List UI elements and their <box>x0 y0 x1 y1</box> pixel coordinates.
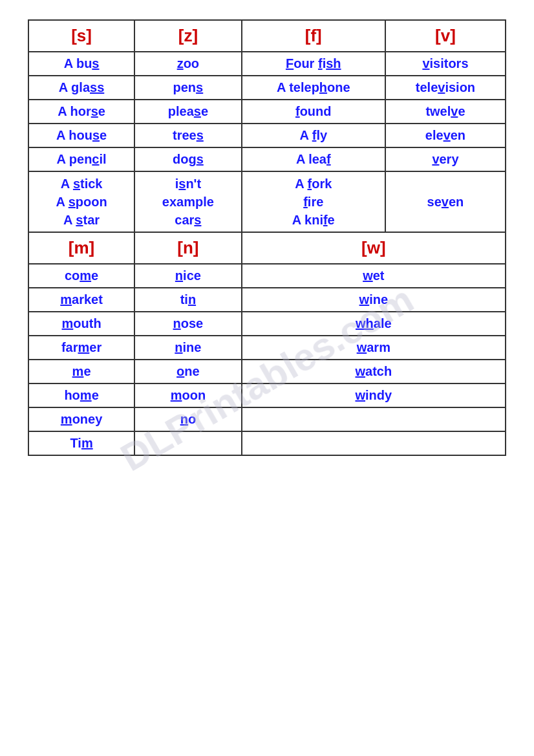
cell-n-4: nine <box>134 336 241 360</box>
cell-s-4: A house <box>28 124 134 147</box>
cell-z-6: isn't example cars <box>134 171 241 232</box>
cell-n-8 <box>134 431 241 455</box>
table-row: A pencil dogs A leaf very <box>28 147 506 171</box>
cell-v-2: television <box>385 76 506 100</box>
header-n: [n] <box>134 232 241 264</box>
table-row: farmer nine warm <box>28 336 506 360</box>
header-w: [w] <box>242 232 506 264</box>
cell-v-4: eleven <box>385 124 506 147</box>
cell-n-5: one <box>134 360 241 383</box>
main-content: DLPrintables.com [s] [z] [f] [v] A bus z… <box>28 19 506 456</box>
cell-w-6: windy <box>242 383 506 407</box>
cell-n-3: nose <box>134 312 241 336</box>
cell-w-2: wine <box>242 288 506 312</box>
cell-f-2: A telephone <box>242 76 385 100</box>
table-row: A house trees A fly eleven <box>28 124 506 147</box>
cell-w-3: whale <box>242 312 506 336</box>
table-row: mouth nose whale <box>28 312 506 336</box>
cell-m-4: farmer <box>28 336 134 360</box>
cell-m-2: market <box>28 288 134 312</box>
cell-w-7 <box>242 407 506 431</box>
cell-w-1: wet <box>242 264 506 288</box>
cell-m-6: home <box>28 383 134 407</box>
cell-n-1: nice <box>134 264 241 288</box>
table-row: me one watch <box>28 360 506 383</box>
table-row: A bus zoo Four fish visitors <box>28 52 506 76</box>
cell-f-3: found <box>242 100 385 124</box>
cell-s-2: A glass <box>28 76 134 100</box>
cell-n-2: tin <box>134 288 241 312</box>
cell-m-5: me <box>28 360 134 383</box>
cell-n-7: no <box>134 407 241 431</box>
cell-f-1: Four fish <box>242 52 385 76</box>
header-v: [v] <box>385 20 506 52</box>
table-row: market tin wine <box>28 288 506 312</box>
cell-f-6: A fork fire A knife <box>242 171 385 232</box>
cell-m-8: Tim <box>28 431 134 455</box>
table-row: come nice wet <box>28 264 506 288</box>
cell-f-4: A fly <box>242 124 385 147</box>
cell-v-5: very <box>385 147 506 171</box>
table-row: money no <box>28 407 506 431</box>
cell-w-8 <box>242 431 506 455</box>
cell-n-6: moon <box>134 383 241 407</box>
table-row: A glass pens A telephone television <box>28 76 506 100</box>
header-m: [m] <box>28 232 134 264</box>
header-s: [s] <box>28 20 134 52</box>
table-row: Tim <box>28 431 506 455</box>
header-z: [z] <box>134 20 241 52</box>
cell-s-1: A bus <box>28 52 134 76</box>
phonics-table: [s] [z] [f] [v] A bus zoo Four fish visi… <box>28 19 506 456</box>
cell-z-2: pens <box>134 76 241 100</box>
header-f: [f] <box>242 20 385 52</box>
cell-s-3: A horse <box>28 100 134 124</box>
cell-m-1: come <box>28 264 134 288</box>
cell-z-4: trees <box>134 124 241 147</box>
cell-f-5: A leaf <box>242 147 385 171</box>
cell-w-4: warm <box>242 336 506 360</box>
table-row: A horse please found twelve <box>28 100 506 124</box>
cell-z-5: dogs <box>134 147 241 171</box>
cell-m-3: mouth <box>28 312 134 336</box>
cell-w-5: watch <box>242 360 506 383</box>
cell-m-7: money <box>28 407 134 431</box>
cell-z-3: please <box>134 100 241 124</box>
cell-v-3: twelve <box>385 100 506 124</box>
cell-s-6: A stick A spoon A star <box>28 171 134 232</box>
table-row: home moon windy <box>28 383 506 407</box>
cell-v-6: seven <box>385 171 506 232</box>
header-row-2: [m] [n] [w] <box>28 232 506 264</box>
table-row-multi: A stick A spoon A star isn't example car… <box>28 171 506 232</box>
cell-z-1: zoo <box>134 52 241 76</box>
header-row-1: [s] [z] [f] [v] <box>28 20 506 52</box>
cell-v-1: visitors <box>385 52 506 76</box>
cell-s-5: A pencil <box>28 147 134 171</box>
